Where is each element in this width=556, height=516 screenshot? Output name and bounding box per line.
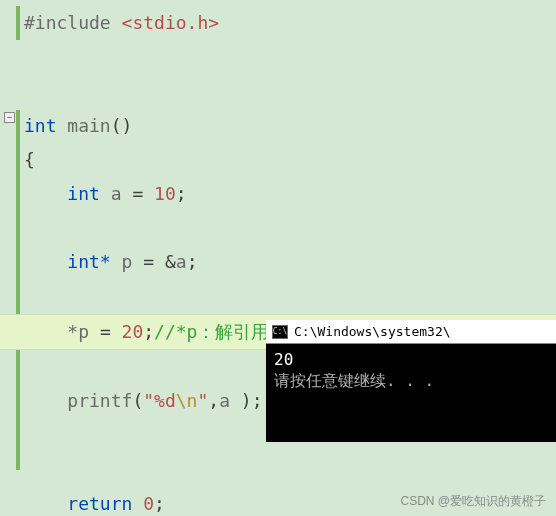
cmd-icon: C:\ [272,325,288,339]
watermark: CSDN @爱吃知识的黄橙子 [400,493,546,510]
function-name: main [67,115,110,136]
code-line: int a = 10; [24,177,556,211]
code-line: { [24,143,556,177]
parens: () [111,115,133,136]
console-window[interactable]: C:\ C:\Windows\system32\ 20 请按任意键继续. . . [266,320,556,442]
console-output: 20 请按任意键继续. . . [266,344,556,442]
preproc-directive: #include [24,12,111,33]
console-line: 20 [274,350,548,371]
code-line: int main() [24,109,556,143]
code-line: int* p = &a; [24,245,556,279]
keyword-int: int [24,115,57,136]
code-line: #include <stdio.h> [24,6,556,40]
console-title: C:\Windows\system32\ [294,324,451,339]
code-line [24,74,556,108]
code-line [24,280,556,314]
code-line [24,40,556,74]
console-titlebar[interactable]: C:\ C:\Windows\system32\ [266,320,556,344]
console-line: 请按任意键继续. . . [274,371,548,392]
code-line [24,452,556,486]
include-header: <stdio.h> [122,12,220,33]
code-line [24,211,556,245]
